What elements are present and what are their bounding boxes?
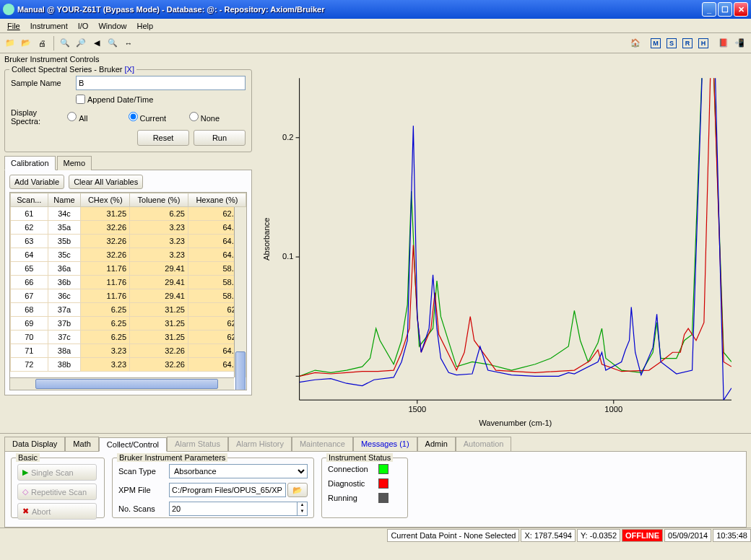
column-header[interactable]: CHex (%) xyxy=(81,193,130,207)
spectrum-plot[interactable]: 150010000.10.2Wavenumber (cm-1)Absorbanc… xyxy=(256,71,745,433)
basic-title: Basic xyxy=(16,453,40,462)
h-icon[interactable]: H xyxy=(696,36,711,51)
close-button[interactable]: ✕ xyxy=(734,2,748,17)
sample-name-input[interactable] xyxy=(76,76,246,90)
bottom-tab: Alarm History xyxy=(228,437,292,451)
scrollbar-thumb[interactable] xyxy=(235,351,246,390)
browse-button[interactable]: 📂 xyxy=(287,483,308,497)
sample-name-label: Sample Name xyxy=(11,79,76,87)
calibration-grid[interactable]: Scan...NameCHex (%)Toluene (%)Hexane (%)… xyxy=(9,192,247,390)
single-scan-button[interactable]: ▶Single Scan xyxy=(17,464,97,481)
zoom-icon[interactable]: 🔍 xyxy=(105,36,120,51)
vertical-scrollbar[interactable] xyxy=(234,207,246,377)
cursor-icon[interactable]: ↔ xyxy=(121,36,136,51)
menu-window[interactable]: Window xyxy=(94,20,131,32)
table-row[interactable]: 6435c32.263.2364.52 xyxy=(11,248,246,262)
table-row[interactable]: 6837a6.2531.2562.5 xyxy=(11,303,246,317)
radio-none[interactable] xyxy=(189,112,199,121)
spinner-down-icon[interactable]: ▼ xyxy=(298,509,307,515)
reset-button[interactable]: Reset xyxy=(137,130,189,146)
column-header[interactable]: Name xyxy=(48,193,81,207)
exit-icon[interactable]: 📲 xyxy=(732,36,747,51)
bottom-tab[interactable]: Admin xyxy=(417,437,456,451)
menu-instrument[interactable]: Instrument xyxy=(26,20,72,32)
table-row[interactable]: 7138a3.2332.2664.52 xyxy=(11,344,246,358)
zoom-out-icon[interactable]: 🔎 xyxy=(74,36,88,51)
status-time: 10:35:48 xyxy=(713,529,751,542)
table-row[interactable]: 6636b11.7629.4158.82 xyxy=(11,276,246,289)
svg-text:Absorbance: Absorbance xyxy=(262,218,271,261)
s-icon[interactable]: S xyxy=(664,36,679,51)
tab-memo[interactable]: Memo xyxy=(57,156,92,170)
zoom-full-icon[interactable]: 🔍 xyxy=(58,36,72,51)
tab-calibration[interactable]: Calibration xyxy=(4,156,56,170)
status-title: Instrument Status xyxy=(326,453,393,462)
status-bar: Current Data Point - None Selected X: 17… xyxy=(0,528,751,542)
bottom-tab[interactable]: Math xyxy=(65,437,98,451)
maximize-button[interactable]: ☐ xyxy=(718,2,732,17)
no-scans-input[interactable] xyxy=(169,502,298,516)
menu-io[interactable]: I/O xyxy=(74,20,93,32)
table-row[interactable]: 7037c6.2531.2562.5 xyxy=(11,331,246,344)
table-row[interactable]: 7238b3.2332.2664.52 xyxy=(11,358,246,372)
bottom-tab[interactable]: Messages (1) xyxy=(353,437,417,451)
scrollbar-thumb[interactable] xyxy=(35,379,218,389)
title-bar: Manual @ YOUR-Z61T (Bypass Mode) - Datab… xyxy=(0,0,751,19)
m-icon[interactable]: M xyxy=(648,36,663,51)
bottom-tab[interactable]: Collect/Control xyxy=(99,437,167,452)
menu-file[interactable]: File xyxy=(3,20,25,32)
zoom-prev-icon[interactable]: ◀ xyxy=(90,36,104,51)
append-label: Append Date/Time xyxy=(87,95,153,104)
column-header[interactable]: Hexane (%) xyxy=(188,193,246,207)
add-variable-button[interactable]: Add Variable xyxy=(9,175,64,189)
book-icon[interactable]: 📕 xyxy=(716,36,731,51)
xpm-file-input[interactable] xyxy=(169,483,286,497)
svg-text:0.2: 0.2 xyxy=(282,133,294,141)
svg-text:Wavenumber (cm-1): Wavenumber (cm-1) xyxy=(479,419,552,427)
bottom-tab[interactable]: Data Display xyxy=(4,437,65,451)
table-row[interactable]: 6736c11.7629.4158.82 xyxy=(11,289,246,303)
column-header[interactable]: Toluene (%) xyxy=(130,193,188,207)
clear-variables-button[interactable]: Clear All Variables xyxy=(69,175,143,189)
noscans-label: No. Scans xyxy=(118,504,169,513)
svg-text:1000: 1000 xyxy=(604,405,622,414)
radio-current[interactable] xyxy=(129,112,138,121)
toolbar: 📁 📂 🖨 🔍 🔎 ◀ 🔍 ↔ 🏠 M S R H 📕 📲 xyxy=(0,33,751,53)
bottom-tab: Alarm Status xyxy=(167,437,228,451)
abort-button[interactable]: ✖Abort xyxy=(17,503,97,520)
menu-help[interactable]: Help xyxy=(133,20,158,32)
status-offline: OFFLINE xyxy=(622,529,663,542)
params-group: Bruker Instrument Parameters Scan Type A… xyxy=(112,458,314,518)
connection-label: Connection xyxy=(328,465,378,473)
table-row[interactable]: 6134c31.256.2562.50 xyxy=(11,207,246,221)
append-checkbox[interactable] xyxy=(76,95,85,104)
home-icon[interactable]: 🏠 xyxy=(628,36,643,51)
section-title: Bruker Instrument Controls xyxy=(0,53,751,65)
radio-all[interactable] xyxy=(67,112,77,121)
minimize-button[interactable]: _ xyxy=(702,2,716,17)
print-icon[interactable]: 🖨 xyxy=(35,36,49,51)
r-icon[interactable]: R xyxy=(680,36,695,51)
scan-type-select[interactable]: Absorbance xyxy=(169,464,308,478)
status-group: Instrument Status Connection Diagnostic … xyxy=(321,458,408,518)
status-x: X: 1787.5494 xyxy=(521,529,575,542)
horizontal-scrollbar[interactable] xyxy=(10,377,234,390)
close-group-link[interactable]: [X] xyxy=(125,65,134,74)
menu-bar: File Instrument I/O Window Help xyxy=(0,19,751,33)
column-header[interactable]: Scan... xyxy=(11,193,48,207)
running-led xyxy=(378,493,388,503)
params-title: Bruker Instrument Parameters xyxy=(117,453,227,462)
toolbar-btn-1[interactable]: 📁 xyxy=(3,36,17,51)
xpm-label: XPM File xyxy=(118,486,169,494)
run-button[interactable]: Run xyxy=(194,130,246,146)
diagnostic-led xyxy=(378,478,388,489)
table-row[interactable]: 6335b32.263.2364.52 xyxy=(11,235,246,248)
app-icon xyxy=(3,4,14,15)
table-row[interactable]: 6235a32.263.2364.52 xyxy=(11,221,246,235)
spinner-up-icon[interactable]: ▲ xyxy=(298,502,307,509)
table-row[interactable]: 6536a11.7629.4158.82 xyxy=(11,262,246,276)
status-datapoint: Current Data Point - None Selected xyxy=(387,529,519,542)
repetitive-scan-button[interactable]: ◇Repetitive Scan xyxy=(17,484,97,500)
toolbar-btn-2[interactable]: 📂 xyxy=(19,36,33,51)
table-row[interactable]: 6937b6.2531.2562.5 xyxy=(11,317,246,331)
